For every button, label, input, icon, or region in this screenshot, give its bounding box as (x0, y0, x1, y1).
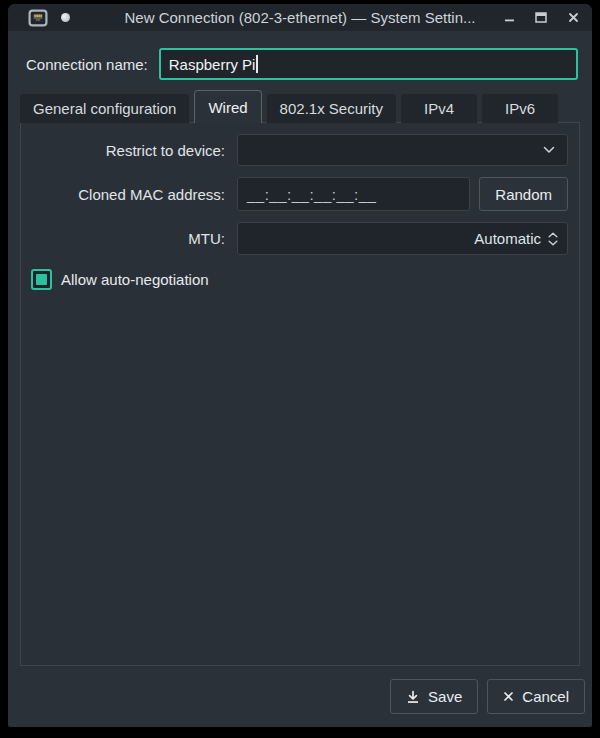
mtu-spinbox[interactable]: Automatic (237, 222, 568, 255)
tab-8021x-security[interactable]: 802.1x Security (267, 94, 396, 123)
connection-name-value: Raspberry Pi (169, 56, 256, 73)
cloned-mac-row: Cloned MAC address: __:__:__:__:__:__ Ra… (21, 177, 579, 211)
chevron-up-icon[interactable] (548, 232, 558, 238)
cancel-button-label: Cancel (522, 688, 569, 705)
cloned-mac-placeholder: __:__:__:__:__:__ (247, 186, 376, 203)
cancel-button[interactable]: Cancel (487, 679, 585, 714)
random-mac-button[interactable]: Random (479, 177, 568, 211)
tab-general-configuration[interactable]: General configuration (20, 94, 189, 123)
tab-bar: General configuration Wired 802.1x Secur… (20, 90, 580, 123)
settings-dialog: New Connection (802-3-ethernet) — System… (8, 4, 592, 727)
connection-name-label: Connection name: (26, 56, 148, 73)
save-button[interactable]: Save (390, 679, 478, 714)
checkbox-checked-icon[interactable] (31, 269, 52, 290)
maximize-icon (535, 12, 547, 23)
close-button[interactable] (567, 12, 579, 24)
minimize-icon (504, 12, 515, 23)
tab-wired[interactable]: Wired (194, 90, 261, 123)
save-button-label: Save (428, 688, 462, 705)
titlebar[interactable]: New Connection (802-3-ethernet) — System… (8, 4, 592, 31)
restrict-to-device-combobox[interactable] (237, 134, 568, 166)
text-caret (256, 55, 258, 73)
chevron-down-icon (543, 146, 555, 154)
dialog-buttons: Save Cancel (390, 679, 585, 714)
mtu-row: MTU: Automatic (21, 222, 579, 255)
auto-negotiation-row[interactable]: Allow auto-negotiation (31, 269, 579, 290)
restrict-to-device-row: Restrict to device: (21, 134, 579, 166)
wired-tab-panel: Restrict to device: Cloned MAC address: … (20, 122, 580, 666)
auto-negotiation-label: Allow auto-negotiation (61, 271, 209, 288)
mtu-value: Automatic (474, 230, 541, 247)
minimize-button[interactable] (503, 12, 515, 24)
close-icon (568, 12, 579, 23)
connection-name-input[interactable]: Raspberry Pi (159, 48, 578, 80)
maximize-button[interactable] (535, 12, 547, 24)
cloned-mac-label: Cloned MAC address: (21, 186, 225, 203)
tab-ipv6[interactable]: IPv6 (482, 94, 558, 123)
cloned-mac-input[interactable]: __:__:__:__:__:__ (237, 177, 470, 211)
restrict-to-device-label: Restrict to device: (21, 142, 225, 159)
chevron-down-icon[interactable] (548, 240, 558, 246)
tab-ipv4[interactable]: IPv4 (401, 94, 477, 123)
save-download-icon (406, 690, 420, 704)
close-x-icon (503, 691, 514, 702)
mtu-label: MTU: (21, 230, 225, 247)
